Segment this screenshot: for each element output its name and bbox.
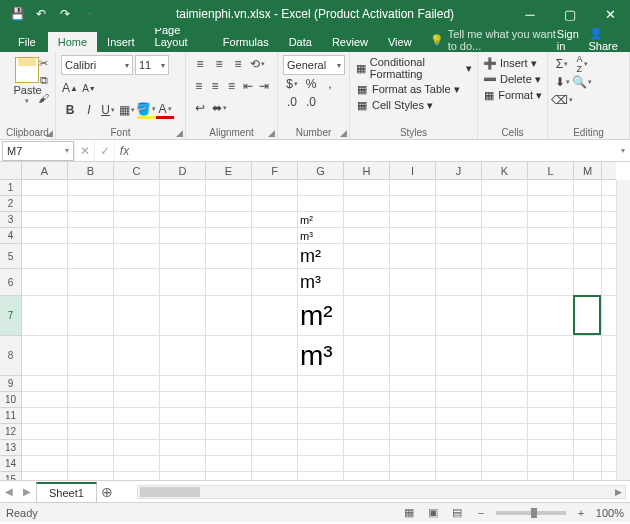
column-header[interactable]: M xyxy=(574,162,602,179)
column-header[interactable]: F xyxy=(252,162,298,179)
name-box[interactable]: M7▾ xyxy=(2,141,74,161)
tab-data[interactable]: Data xyxy=(279,32,322,52)
row-header[interactable]: 12 xyxy=(0,424,21,440)
tab-file[interactable]: File xyxy=(6,32,48,52)
column-header[interactable]: I xyxy=(390,162,436,179)
row-header[interactable]: 6 xyxy=(0,269,21,296)
clipboard-launcher-icon[interactable]: ◢ xyxy=(46,128,53,138)
cell-value[interactable]: m³ xyxy=(298,269,384,296)
align-center-icon[interactable]: ≡ xyxy=(207,77,222,95)
share-button[interactable]: 👤 Share xyxy=(589,27,624,52)
page-layout-view-icon[interactable]: ▣ xyxy=(424,505,442,521)
column-header[interactable]: D xyxy=(160,162,206,179)
clear-icon[interactable]: ⌫ xyxy=(553,91,571,109)
cell-value[interactable]: m² xyxy=(298,212,384,228)
tab-insert[interactable]: Insert xyxy=(97,32,145,52)
column-header[interactable]: H xyxy=(344,162,390,179)
row-header[interactable]: 4 xyxy=(0,228,21,244)
formula-input[interactable] xyxy=(134,141,616,161)
sheet-nav-prev-icon[interactable]: ◀ xyxy=(0,486,18,497)
align-right-icon[interactable]: ≡ xyxy=(224,77,239,95)
zoom-in-button[interactable]: + xyxy=(572,505,590,521)
increase-indent-icon[interactable]: ⇥ xyxy=(257,77,272,95)
tab-formulas[interactable]: Formulas xyxy=(213,32,279,52)
zoom-out-button[interactable]: − xyxy=(472,505,490,521)
bold-button[interactable]: B xyxy=(61,101,79,119)
row-header[interactable]: 5 xyxy=(0,244,21,269)
cancel-formula-icon[interactable]: ✕ xyxy=(74,141,94,161)
column-header[interactable]: E xyxy=(206,162,252,179)
maximize-button[interactable]: ▢ xyxy=(550,0,590,28)
sheet-nav-next-icon[interactable]: ▶ xyxy=(18,486,36,497)
row-header[interactable]: 11 xyxy=(0,408,21,424)
align-bottom-icon[interactable]: ≡ xyxy=(229,55,247,73)
increase-font-icon[interactable]: A▲ xyxy=(61,79,79,97)
comma-format-icon[interactable]: , xyxy=(321,75,339,93)
save-icon[interactable]: 💾 xyxy=(6,3,28,25)
conditional-formatting-button[interactable]: ▦Conditional Formatting ▾ xyxy=(355,55,472,81)
fill-color-icon[interactable]: 🪣 xyxy=(137,101,155,119)
row-header[interactable]: 1 xyxy=(0,180,21,196)
enter-formula-icon[interactable]: ✓ xyxy=(94,141,114,161)
column-header[interactable]: G xyxy=(298,162,344,179)
row-header[interactable]: 9 xyxy=(0,376,21,392)
font-name-combo[interactable]: Calibri▾ xyxy=(61,55,133,75)
column-header[interactable]: B xyxy=(68,162,114,179)
insert-cells-button[interactable]: ➕Insert ▾ xyxy=(483,55,542,71)
select-all-button[interactable] xyxy=(0,162,22,180)
sort-filter-icon[interactable]: AZ xyxy=(573,55,591,73)
column-header[interactable]: A xyxy=(22,162,68,179)
row-header[interactable]: 2 xyxy=(0,196,21,212)
close-button[interactable]: ✕ xyxy=(590,0,630,28)
tell-me-input[interactable]: 💡Tell me what you want to do... xyxy=(430,28,557,52)
cell-styles-button[interactable]: ▦Cell Styles ▾ xyxy=(355,97,472,113)
delete-cells-button[interactable]: ➖Delete ▾ xyxy=(483,71,542,87)
expand-formula-icon[interactable]: ▾ xyxy=(616,146,630,155)
autosum-icon[interactable]: Σ xyxy=(553,55,571,73)
tab-review[interactable]: Review xyxy=(322,32,378,52)
column-header[interactable]: J xyxy=(436,162,482,179)
minimize-button[interactable]: ─ xyxy=(510,0,550,28)
row-header[interactable]: 7 xyxy=(0,296,21,336)
tab-view[interactable]: View xyxy=(378,32,422,52)
column-header[interactable]: L xyxy=(528,162,574,179)
tab-home[interactable]: Home xyxy=(48,32,97,52)
column-header[interactable]: C xyxy=(114,162,160,179)
vertical-scrollbar[interactable] xyxy=(616,180,630,480)
cell-value[interactable]: m³ xyxy=(298,228,384,244)
cell-value[interactable]: m² xyxy=(298,296,384,336)
spreadsheet-grid[interactable]: m²m³m²m³m²m³ xyxy=(22,180,616,480)
row-header[interactable]: 3 xyxy=(0,212,21,228)
insert-function-icon[interactable]: fx xyxy=(114,141,134,161)
page-break-view-icon[interactable]: ▤ xyxy=(448,505,466,521)
cell-value[interactable]: m³ xyxy=(298,336,384,376)
format-painter-icon[interactable]: 🖌 xyxy=(36,90,51,105)
font-color-icon[interactable]: A xyxy=(156,101,174,119)
font-size-combo[interactable]: 11▾ xyxy=(135,55,169,75)
number-launcher-icon[interactable]: ◢ xyxy=(340,128,347,138)
orientation-icon[interactable]: ⟲ xyxy=(248,55,266,73)
row-header[interactable]: 8 xyxy=(0,336,21,376)
merge-center-icon[interactable]: ⬌ xyxy=(210,99,228,117)
zoom-slider[interactable] xyxy=(496,511,566,515)
column-header[interactable]: K xyxy=(482,162,528,179)
borders-icon[interactable]: ▦ xyxy=(118,101,136,119)
find-select-icon[interactable]: 🔍 xyxy=(573,73,591,91)
new-sheet-button[interactable]: ⊕ xyxy=(97,484,117,500)
number-format-combo[interactable]: General▾ xyxy=(283,55,345,75)
italic-button[interactable]: I xyxy=(80,101,98,119)
row-header[interactable]: 10 xyxy=(0,392,21,408)
qat-customize-icon[interactable] xyxy=(78,3,100,25)
accounting-format-icon[interactable]: $ xyxy=(283,75,301,93)
row-header[interactable]: 14 xyxy=(0,456,21,472)
sign-in-link[interactable]: Sign in xyxy=(557,28,583,52)
format-cells-button[interactable]: ▦Format ▾ xyxy=(483,87,542,103)
horizontal-scrollbar[interactable]: ▶ xyxy=(137,485,626,499)
redo-icon[interactable]: ↷ xyxy=(54,3,76,25)
align-middle-icon[interactable]: ≡ xyxy=(210,55,228,73)
fill-icon[interactable]: ⬇ xyxy=(553,73,571,91)
format-as-table-button[interactable]: ▦Format as Table ▾ xyxy=(355,81,472,97)
increase-decimal-icon[interactable]: .0 xyxy=(283,93,301,111)
underline-button[interactable]: U xyxy=(99,101,117,119)
normal-view-icon[interactable]: ▦ xyxy=(400,505,418,521)
